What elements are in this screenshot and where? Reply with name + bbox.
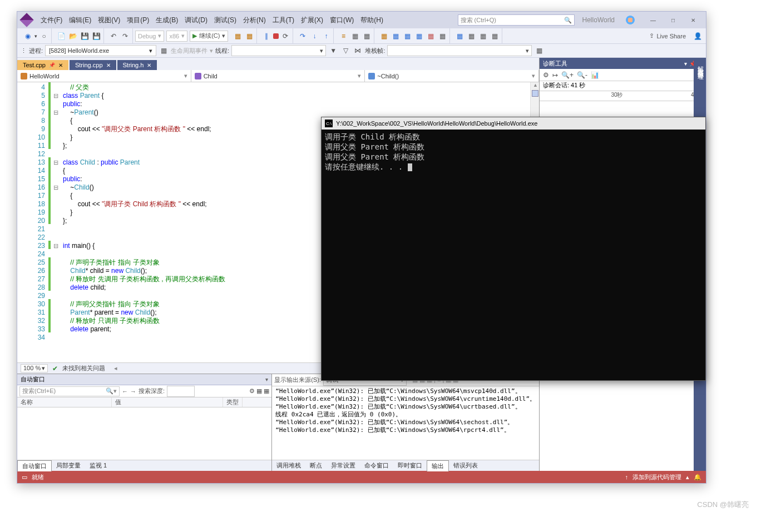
output-panel: 显示输出来源(S): 调试▾ ▦ ▦ ▦ | ≡ | ▦ ▦ “HelloWor… [272, 374, 539, 471]
check-icon: ✔ [52, 365, 58, 372]
process-dropdown[interactable]: [5828] HelloWorld.exe▾ [45, 45, 156, 56]
step-out-icon[interactable]: ↑ [321, 31, 331, 41]
solution-name: HelloWorld [577, 16, 620, 24]
maximize-button[interactable]: □ [664, 14, 683, 26]
debug-toolbar: ⋮ 进程: [5828] HelloWorld.exe▾ ▦ 生命周期事件▾ 线… [17, 44, 706, 58]
menu-item[interactable]: 扩展(X) [298, 15, 327, 25]
nav-class[interactable]: Child▾ [191, 70, 365, 82]
console-window: C:\ Y:\002_WorkSpace\002_VS\HelloWorld\H… [321, 117, 706, 381]
document-tab[interactable]: String.h✕ [117, 60, 157, 70]
stackframe-dropdown[interactable]: ▾ [387, 45, 532, 56]
titlebar: 文件(F)编辑(E)视图(V)项目(P)生成(B)调试(D)测试(S)分析(N)… [17, 12, 706, 28]
live-share-button[interactable]: ⇪ Live Share [645, 32, 690, 39]
watermark: CSDN @韩曙亮 [697, 500, 749, 510]
restart-icon[interactable]: ⟳ [280, 31, 290, 41]
exit-icon[interactable]: ↦ [552, 71, 558, 79]
console-titlebar[interactable]: C:\ Y:\002_WorkSpace\002_VS\HelloWorld\H… [322, 117, 705, 130]
nav-fwd-icon[interactable]: ○ [39, 31, 49, 41]
menu-item[interactable]: 工具(T) [269, 15, 298, 25]
feedback-icon[interactable] [626, 16, 635, 24]
zoom-fit-icon[interactable]: 📊 [591, 71, 599, 79]
menu-item[interactable]: 窗口(W) [327, 15, 357, 25]
gear-icon[interactable]: ⚙ [543, 71, 549, 79]
nav-member[interactable]: ~Child()▾ [365, 70, 539, 82]
document-tab[interactable]: String.cpp✕ [70, 60, 116, 70]
zoom-in-icon[interactable]: 🔍+ [561, 71, 574, 79]
nav-bar: HelloWorld▾ Child▾ ~Child()▾ [17, 70, 539, 82]
autos-panel: 自动窗口▾ 搜索(Ctrl+E)🔍▾ ←→ 搜索深度: ⚙ ▦ ▦ 名称 值 类… [17, 374, 272, 471]
zoom-dropdown[interactable]: 100 %▾ [21, 364, 48, 372]
continue-button[interactable]: ▶继续(C)▾ [190, 31, 228, 42]
panel-tab[interactable]: 异常设置 [327, 460, 360, 471]
save-icon[interactable]: 💾 [80, 31, 90, 41]
depth-dropdown[interactable] [167, 386, 195, 397]
minimize-button[interactable]: — [644, 14, 663, 26]
new-file-icon[interactable]: 📄 [56, 31, 66, 41]
nav-back-icon[interactable]: ◉ [23, 31, 33, 41]
menu-item[interactable]: 文件(F) [37, 15, 66, 25]
undo-icon[interactable]: ↶ [108, 31, 118, 41]
step-into-icon[interactable]: ↓ [309, 31, 319, 41]
nav-scope[interactable]: HelloWorld▾ [17, 70, 191, 82]
tb-grp-icon2[interactable]: ▦ [350, 31, 360, 41]
panel-tab[interactable]: 命令窗口 [360, 460, 393, 471]
thread-dropdown[interactable]: ▾ [231, 45, 326, 56]
save-all-icon[interactable]: 💾 [91, 31, 101, 41]
tb-grp-icon3[interactable]: ▦ [362, 31, 372, 41]
lifecycle-icon[interactable]: ▦ [159, 46, 169, 56]
panel-tab[interactable]: 错误列表 [449, 460, 482, 471]
source-control-button[interactable]: 添加到源代码管理 [632, 473, 681, 481]
menu-item[interactable]: 帮助(H) [357, 15, 387, 25]
close-button[interactable]: ✕ [684, 14, 703, 26]
stop-icon[interactable] [273, 33, 279, 39]
pause-icon[interactable]: ∥ [261, 31, 271, 41]
zoom-out-icon[interactable]: 🔍- [577, 71, 587, 79]
panel-tab[interactable]: 监视 1 [85, 460, 111, 471]
search-placeholder: 搜索 (Ctrl+Q) [461, 16, 496, 24]
panel-tab[interactable]: 自动窗口 [17, 460, 52, 471]
config-dropdown[interactable]: Debug▾ [135, 31, 164, 42]
step-over-icon[interactable]: ↷ [298, 31, 308, 41]
vs-logo-icon [19, 13, 33, 27]
menu-item[interactable]: 编辑(E) [66, 15, 95, 25]
autos-search-input[interactable]: 搜索(Ctrl+E)🔍▾ [19, 386, 120, 396]
open-icon[interactable]: 📂 [68, 31, 78, 41]
console-icon: C:\ [325, 120, 333, 127]
panel-tab[interactable]: 即时窗口 [393, 460, 427, 471]
live-share-icon: ⇪ [649, 32, 654, 39]
account-icon[interactable]: 👤 [693, 31, 703, 41]
notifications-icon[interactable]: 🔔 [694, 474, 701, 481]
menu-item[interactable]: 视图(V) [95, 15, 123, 25]
main-toolbar: ◉▾ ○ 📄 📂 💾 💾 ↶ ↷ Debug▾ x86▾ ▶继续(C)▾ ▦ ▦… [17, 28, 706, 44]
window-icon: ▭ [22, 474, 27, 481]
tb-grp-icon[interactable]: ≡ [338, 31, 348, 41]
menu-item[interactable]: 项目(P) [123, 15, 152, 25]
tb-icon-2[interactable]: ▦ [244, 31, 254, 41]
search-input[interactable]: 搜索 (Ctrl+Q) 🔍 [458, 14, 575, 26]
menu-item[interactable]: 测试(S) [211, 15, 240, 25]
search-icon: 🔍 [564, 17, 572, 24]
platform-dropdown[interactable]: x86▾ [166, 31, 187, 42]
tb-icon-1[interactable]: ▦ [233, 31, 243, 41]
menu-item[interactable]: 分析(N) [240, 15, 269, 25]
process-label: 进程: [29, 47, 43, 55]
panel-tab[interactable]: 断点 [305, 460, 327, 471]
redo-icon[interactable]: ↷ [120, 31, 130, 41]
menu-item[interactable]: 调试(D) [181, 15, 211, 25]
panel-tab[interactable]: 局部变量 [52, 460, 85, 471]
panel-tab[interactable]: 调用堆栈 [272, 460, 305, 471]
document-tabs: Test.cpp📌✕String.cpp✕String.h✕ [17, 58, 539, 70]
panel-tab[interactable]: 输出 [427, 460, 449, 471]
document-tab[interactable]: Test.cpp📌✕ [17, 60, 68, 70]
menu-item[interactable]: 生成(B) [152, 15, 181, 25]
statusbar: ▭ 就绪 ↑ 添加到源代码管理 ▴ 🔔 [17, 471, 706, 483]
